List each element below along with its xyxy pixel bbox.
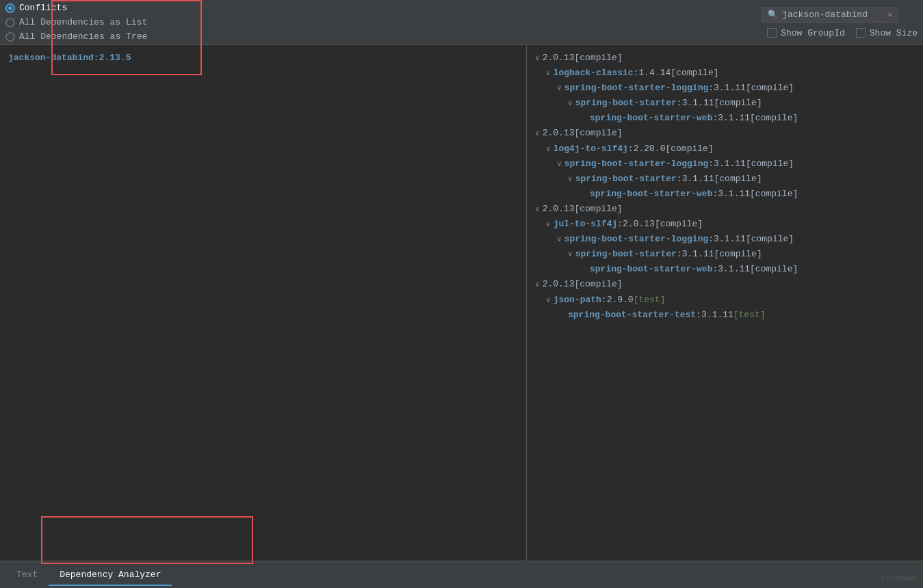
dep-scope: [compile] bbox=[714, 96, 762, 111]
tree-toggle-icon[interactable]: ∨ bbox=[546, 143, 551, 156]
dep-sep: : bbox=[708, 81, 714, 96]
search-box[interactable]: 🔍 jackson-databind ✕ bbox=[762, 7, 898, 23]
tab-dependency_analyzer[interactable]: Dependency Analyzer bbox=[49, 564, 172, 585]
tree-row: ∨ spring-boot-starter-logging : 3.1.11 [… bbox=[557, 157, 915, 172]
watermark: CSDN@WHF bbox=[881, 574, 918, 583]
tree-row: ∨2.0.13 [compile] bbox=[535, 277, 915, 292]
tree-row: ∨ spring-boot-starter-logging : 3.1.11 [… bbox=[557, 81, 915, 96]
filter-bar: Show GroupIdShow Size bbox=[767, 28, 918, 38]
tree-row: ∨ spring-boot-starter : 3.1.11 [compile] bbox=[568, 172, 915, 187]
dep-name-text: spring-boot-starter-logging bbox=[564, 81, 709, 96]
radio-label-all_list: All Dependencies as List bbox=[19, 17, 147, 27]
dep-version-num: 3.1.11 bbox=[682, 96, 714, 111]
tree-row: ∨2.0.13 [compile] bbox=[535, 202, 915, 217]
dep-version-num: 3.1.11 bbox=[714, 232, 746, 247]
tree-row: spring-boot-starter-web : 3.1.11 [compil… bbox=[579, 262, 915, 277]
dep-sep: : bbox=[696, 308, 701, 323]
dep-name: jackson-databind bbox=[8, 51, 94, 66]
tab-text[interactable]: Text bbox=[5, 564, 49, 585]
dep-sep: : bbox=[708, 157, 714, 172]
dep-version-num: 1.4.14 bbox=[638, 66, 671, 81]
dep-version-num: 2.20.0 bbox=[634, 142, 666, 157]
dep-scope-text: [compile] bbox=[574, 277, 622, 292]
checkbox-box-show_size bbox=[856, 28, 866, 38]
dep-name-text: spring-boot-starter-web bbox=[590, 187, 712, 202]
radio-group: ConflictsAll Dependencies as ListAll Dep… bbox=[5, 3, 147, 42]
tree-toggle-icon[interactable]: ∨ bbox=[535, 127, 540, 140]
radio-all_list[interactable]: All Dependencies as List bbox=[5, 17, 147, 27]
dep-name-text: spring-boot-starter bbox=[575, 172, 677, 187]
tree-toggle-icon[interactable]: ∨ bbox=[568, 97, 573, 110]
dep-separator: : bbox=[94, 51, 99, 66]
tree-toggle-icon[interactable]: ∨ bbox=[535, 203, 540, 216]
dep-name-text: logback-classic bbox=[554, 66, 634, 81]
dep-name-text: spring-boot-starter bbox=[575, 96, 677, 111]
bottom-bar: TextDependency Analyzer bbox=[0, 561, 923, 588]
tree-row: spring-boot-starter-test : 3.1.11 [test] bbox=[557, 308, 915, 323]
left-panel-item: jackson-databind : 2.13.5 bbox=[8, 51, 518, 66]
dep-name-text: spring-boot-starter-logging bbox=[564, 232, 709, 247]
tree-toggle-icon[interactable]: ∨ bbox=[546, 218, 551, 231]
radio-conflicts[interactable]: Conflicts bbox=[5, 3, 147, 13]
top-nav: ConflictsAll Dependencies as ListAll Dep… bbox=[0, 0, 923, 45]
dep-scope: [compile] bbox=[746, 232, 794, 247]
tree-toggle-icon[interactable]: ∨ bbox=[535, 278, 540, 291]
dep-sep: : bbox=[628, 142, 634, 157]
radio-circle-all_list bbox=[5, 18, 15, 27]
dep-name-text: spring-boot-starter bbox=[575, 247, 677, 262]
dep-version-num: 3.1.11 bbox=[718, 187, 750, 202]
tree-toggle-icon[interactable]: ∨ bbox=[557, 233, 562, 246]
tree-toggle-icon[interactable]: ∨ bbox=[568, 248, 573, 261]
dep-sep: : bbox=[677, 96, 682, 111]
tree-toggle-icon[interactable]: ∨ bbox=[535, 52, 540, 65]
dep-version-num: 3.1.11 bbox=[714, 81, 746, 96]
tree-row: ∨ json-path : 2.9.0 [test] bbox=[546, 293, 915, 308]
dep-version-num: 3.1.11 bbox=[682, 172, 714, 187]
search-input-value: jackson-databind bbox=[782, 10, 883, 20]
dep-scope-text: [compile] bbox=[574, 51, 622, 66]
dep-sep: : bbox=[634, 66, 639, 81]
dep-scope: [compile] bbox=[655, 217, 703, 232]
dep-scope: [test] bbox=[733, 308, 766, 323]
tree-row: ∨ spring-boot-starter : 3.1.11 [compile] bbox=[568, 96, 915, 111]
dep-scope-text: [compile] bbox=[574, 126, 622, 141]
search-clear-button[interactable]: ✕ bbox=[887, 10, 892, 20]
dep-sep: : bbox=[617, 217, 623, 232]
dep-version-text: 2.0.13 bbox=[543, 277, 575, 292]
dep-sep: : bbox=[712, 262, 718, 277]
tree-toggle-icon[interactable]: ∨ bbox=[557, 82, 562, 95]
dep-scope: [compile] bbox=[750, 262, 798, 277]
dep-name-text: json-path bbox=[554, 293, 601, 308]
tree-row: ∨ spring-boot-starter : 3.1.11 [compile] bbox=[568, 247, 915, 262]
radio-all_tree[interactable]: All Dependencies as Tree bbox=[5, 31, 147, 42]
dep-name-text: spring-boot-starter-web bbox=[590, 262, 712, 277]
dep-version-num: 2.9.0 bbox=[607, 293, 634, 308]
main-container: ConflictsAll Dependencies as ListAll Dep… bbox=[0, 0, 923, 588]
dep-name-text: jul-to-slf4j bbox=[554, 217, 618, 232]
dep-name-text: spring-boot-starter-web bbox=[590, 111, 712, 126]
dep-scope: [compile] bbox=[714, 247, 762, 262]
left-panel: jackson-databind : 2.13.5 bbox=[0, 45, 527, 561]
checkbox-show_groupid[interactable]: Show GroupId bbox=[767, 28, 845, 38]
checkbox-label-show_size: Show Size bbox=[870, 28, 918, 38]
dep-version: 2.13.5 bbox=[99, 51, 131, 66]
checkbox-box-show_groupid bbox=[767, 28, 777, 38]
checkbox-show_size[interactable]: Show Size bbox=[856, 28, 918, 38]
dep-version-num: 3.1.11 bbox=[714, 157, 746, 172]
dep-version-text: 2.0.13 bbox=[543, 51, 575, 66]
dep-scope: [test] bbox=[634, 293, 666, 308]
dep-scope: [compile] bbox=[665, 142, 713, 157]
dep-sep: : bbox=[712, 111, 718, 126]
tree-toggle-icon[interactable]: ∨ bbox=[546, 67, 551, 80]
right-panel: ∨2.0.13 [compile]∨ logback-classic : 1.4… bbox=[527, 45, 923, 561]
tree-toggle-icon[interactable]: ∨ bbox=[568, 173, 573, 186]
tree-toggle-icon[interactable]: ∨ bbox=[546, 294, 551, 307]
dep-scope: [compile] bbox=[671, 66, 718, 81]
tree-toggle-icon[interactable]: ∨ bbox=[557, 158, 562, 171]
dep-scope: [compile] bbox=[750, 187, 798, 202]
dep-sep: : bbox=[677, 172, 682, 187]
dep-scope: [compile] bbox=[746, 81, 794, 96]
tree-row: ∨ spring-boot-starter-logging : 3.1.11 [… bbox=[557, 232, 915, 247]
dep-scope-text: [compile] bbox=[574, 202, 622, 217]
content-area: jackson-databind : 2.13.5 ∨2.0.13 [compi… bbox=[0, 45, 923, 561]
